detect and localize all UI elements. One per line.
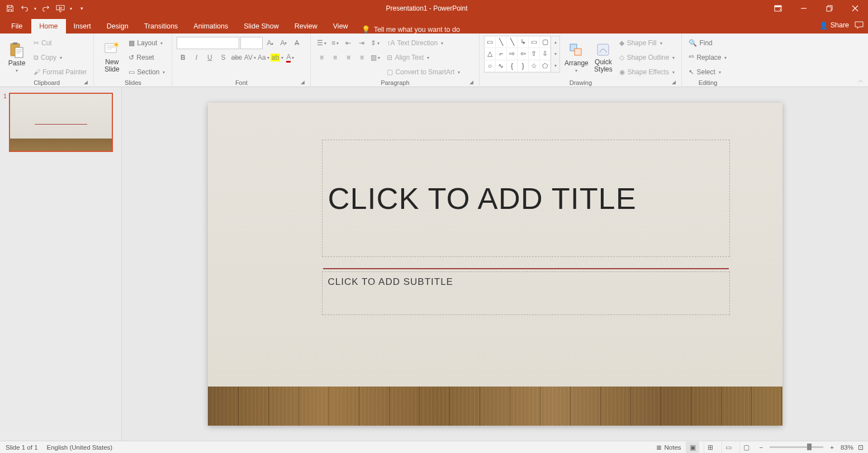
- cut-button[interactable]: ✂Cut: [31, 37, 89, 49]
- thumbnail-preview[interactable]: [9, 93, 113, 152]
- tab-insert[interactable]: Insert: [66, 19, 99, 34]
- line-spacing-button[interactable]: ⇕: [369, 37, 381, 49]
- select-button[interactable]: ↖Select: [686, 66, 729, 78]
- collapse-ribbon-button[interactable]: ︿: [858, 77, 864, 84]
- language-indicator[interactable]: English (United States): [47, 444, 113, 451]
- share-button[interactable]: 👤 Share: [819, 21, 849, 30]
- redo-button[interactable]: [39, 2, 53, 15]
- comments-button[interactable]: [855, 21, 864, 29]
- zoom-in-button[interactable]: +: [828, 444, 836, 451]
- layout-button[interactable]: ▦Layout: [126, 37, 167, 49]
- customize-qat-button[interactable]: ▾: [75, 2, 88, 15]
- clear-formatting-button[interactable]: A̶: [291, 37, 303, 49]
- highlight-button[interactable]: ab: [271, 51, 283, 64]
- increase-font-button[interactable]: A▴: [264, 37, 276, 49]
- title-placeholder[interactable]: CLICK TO ADD TITLE: [322, 140, 730, 257]
- drawing-dialog-launcher[interactable]: ◢: [670, 79, 677, 86]
- minimize-button[interactable]: [791, 0, 817, 17]
- tab-review[interactable]: Review: [287, 19, 325, 34]
- paragraph-dialog-launcher[interactable]: ◢: [468, 79, 475, 86]
- zoom-out-button[interactable]: −: [757, 444, 766, 451]
- paste-button[interactable]: Paste ▾: [4, 36, 29, 79]
- clipboard-dialog-launcher[interactable]: ◢: [82, 79, 89, 86]
- shape-arrow-icon: ⇨: [507, 48, 518, 60]
- save-button[interactable]: [3, 2, 17, 15]
- tab-slideshow[interactable]: Slide Show: [236, 19, 287, 34]
- slide-thumbnail-pane[interactable]: 1: [0, 87, 122, 441]
- arrange-button[interactable]: Arrange▾: [562, 36, 590, 79]
- bold-button[interactable]: B: [177, 51, 189, 64]
- shape-effects-button[interactable]: ◉Shape Effects: [617, 66, 677, 78]
- tab-home[interactable]: Home: [31, 19, 65, 34]
- zoom-level[interactable]: 83%: [841, 444, 853, 451]
- slide-sorter-view-button[interactable]: ⊞: [704, 442, 717, 453]
- normal-view-button[interactable]: ▣: [686, 442, 699, 453]
- subtitle-placeholder[interactable]: CLICK TO ADD SUBTITLE: [322, 271, 730, 315]
- tab-file[interactable]: File: [2, 19, 31, 34]
- align-text-icon: ⊟: [387, 54, 392, 61]
- slide[interactable]: CLICK TO ADD TITLE CLICK TO ADD SUBTITLE: [208, 103, 782, 426]
- tab-view[interactable]: View: [325, 19, 356, 34]
- align-left-button[interactable]: ≡: [315, 51, 328, 64]
- columns-button[interactable]: ▥: [369, 51, 381, 64]
- align-right-button[interactable]: ≡: [342, 51, 354, 64]
- clipboard-group-label: Clipboard: [34, 79, 60, 86]
- tab-design[interactable]: Design: [99, 19, 136, 34]
- slide-canvas-area[interactable]: CLICK TO ADD TITLE CLICK TO ADD SUBTITLE: [122, 87, 868, 441]
- convert-smartart-button[interactable]: ▢Convert to SmartArt: [385, 66, 462, 78]
- slideshow-dropdown[interactable]: ▾: [68, 2, 74, 15]
- group-editing: 🔍Find ᵃᵇReplace ↖Select Editing: [682, 34, 733, 87]
- italic-button[interactable]: I: [190, 51, 202, 64]
- font-name-input[interactable]: [177, 37, 239, 49]
- quick-styles-button[interactable]: Quick Styles: [590, 36, 616, 79]
- align-center-button[interactable]: ≡: [329, 51, 341, 64]
- shape-outline-button[interactable]: ◇Shape Outline: [617, 51, 677, 64]
- shape-fill-button[interactable]: ◆Shape Fill: [617, 37, 677, 49]
- thumbnail-slide-1[interactable]: 1: [3, 93, 118, 152]
- new-slide-button[interactable]: New Slide: [98, 36, 125, 79]
- close-button[interactable]: [842, 0, 868, 17]
- change-case-button[interactable]: Aa: [257, 51, 269, 64]
- bullets-button[interactable]: ☰: [315, 37, 328, 49]
- shapes-gallery[interactable]: ▭╲╲↳▭▢ △⌐⇨⇦⇧⇩ ○∿{}☆⬠: [484, 36, 551, 73]
- tab-animations[interactable]: Animations: [186, 19, 236, 34]
- justify-button[interactable]: ≡: [355, 51, 368, 64]
- zoom-slider[interactable]: [770, 446, 823, 448]
- fit-to-window-button[interactable]: ⊡: [858, 444, 864, 451]
- undo-dropdown[interactable]: ▾: [32, 2, 38, 15]
- shapes-gallery-scroll[interactable]: ▴▾▾: [551, 36, 560, 73]
- strikethrough-button[interactable]: abc: [230, 51, 243, 64]
- maximize-button[interactable]: [817, 0, 842, 17]
- shape-rect2-icon: ▭: [529, 36, 540, 48]
- font-dialog-launcher[interactable]: ◢: [299, 79, 306, 86]
- align-text-button[interactable]: ⊟Align Text: [385, 51, 462, 64]
- tab-transitions[interactable]: Transitions: [136, 19, 186, 34]
- notes-button[interactable]: ≣Notes: [656, 444, 681, 451]
- tell-me-search[interactable]: 💡 Tell me what you want to do: [362, 25, 460, 34]
- slide-counter[interactable]: Slide 1 of 1: [6, 444, 38, 451]
- reset-button[interactable]: ↺Reset: [126, 51, 167, 64]
- section-button[interactable]: ▭Section: [126, 66, 167, 78]
- char-spacing-button[interactable]: AV: [244, 51, 256, 64]
- font-color-button[interactable]: A: [284, 51, 296, 64]
- title-bar: ▾ ▾ ▾ Presentation1 - PowerPoint: [0, 0, 868, 17]
- group-drawing: ▭╲╲↳▭▢ △⌐⇨⇦⇧⇩ ○∿{}☆⬠ ▴▾▾ Arrange▾ Quick …: [480, 34, 682, 87]
- zoom-slider-thumb[interactable]: [807, 444, 812, 450]
- decrease-indent-button[interactable]: ⇤: [342, 37, 354, 49]
- slideshow-view-button[interactable]: ▢: [739, 442, 753, 453]
- reading-view-button[interactable]: ▭: [722, 442, 735, 453]
- format-painter-button[interactable]: 🖌Format Painter: [31, 66, 89, 78]
- copy-button[interactable]: ⧉Copy: [31, 51, 89, 64]
- replace-button[interactable]: ᵃᵇReplace: [686, 51, 729, 64]
- start-slideshow-button[interactable]: [54, 2, 67, 15]
- increase-indent-button[interactable]: ⇥: [355, 37, 368, 49]
- decrease-font-button[interactable]: A▾: [277, 37, 290, 49]
- font-size-input[interactable]: [240, 37, 263, 49]
- underline-button[interactable]: U: [203, 51, 216, 64]
- ribbon-display-options-button[interactable]: [765, 0, 791, 17]
- find-button[interactable]: 🔍Find: [686, 37, 729, 49]
- undo-button[interactable]: [18, 2, 31, 15]
- numbering-button[interactable]: ≡: [329, 37, 341, 49]
- shadow-button[interactable]: S: [217, 51, 229, 64]
- text-direction-button[interactable]: ↕AText Direction: [385, 37, 462, 49]
